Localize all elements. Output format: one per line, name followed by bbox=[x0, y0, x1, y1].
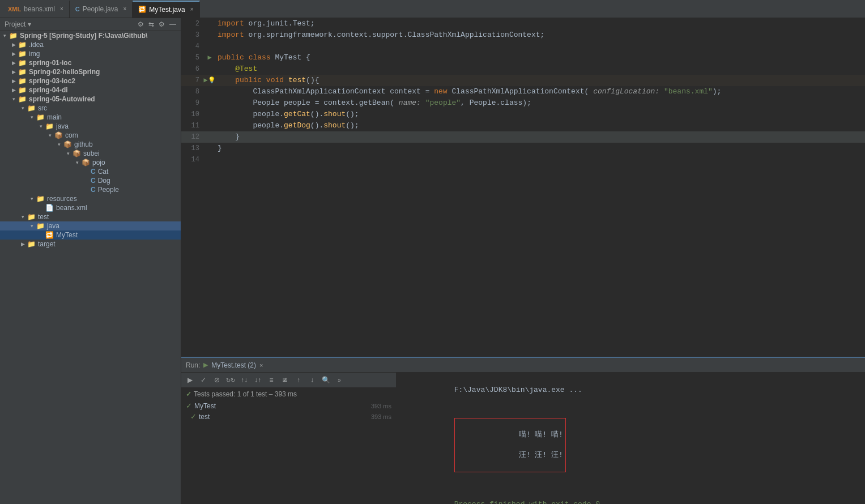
sidebar-collapse-icon[interactable]: ⇆ bbox=[148, 20, 154, 28]
tree-item-target[interactable]: ▶ 📁 target bbox=[0, 240, 181, 249]
tree-label-mytest: MyTest bbox=[56, 231, 78, 239]
sidebar-header: Project ▾ ⚙ ⇆ ⚙ — bbox=[0, 18, 181, 31]
line-num-11: 11 bbox=[181, 120, 204, 131]
run-arrow-icon: ▶ bbox=[203, 361, 208, 369]
run-tests-button[interactable]: ▶ bbox=[184, 374, 196, 386]
next-fail-button[interactable]: ↓ bbox=[306, 374, 318, 386]
tree-arrow-img: ▶ bbox=[9, 51, 18, 57]
folder-icon-test: 📁 bbox=[27, 213, 36, 221]
code-content-6: @Test bbox=[215, 63, 865, 75]
tree-item-spring04[interactable]: ▶ 📁 spring-04-di bbox=[0, 86, 181, 95]
prev-fail-button[interactable]: ↑ bbox=[292, 374, 305, 386]
tree-item-dog[interactable]: ▶ C Dog bbox=[0, 176, 181, 185]
tree-item-com[interactable]: ▾ 📦 com bbox=[0, 131, 181, 140]
tree-item-img[interactable]: ▶ 📁 img bbox=[0, 49, 181, 58]
line-num-12: 12 bbox=[181, 131, 204, 143]
sort-alpha-button[interactable]: ↑↓ bbox=[238, 374, 250, 386]
output-panel: F:\Java\JDK8\bin\java.exe ... 喵! 喵! 喵! 汪… bbox=[397, 373, 865, 504]
test-status: ✓ Tests passed: 1 of 1 test – 393 ms bbox=[181, 388, 396, 400]
tree-item-test[interactable]: ▾ 📁 test bbox=[0, 212, 181, 221]
tree-item-mytest[interactable]: ▶ 🔁 MyTest bbox=[0, 230, 181, 240]
tree-item-people[interactable]: ▶ C People bbox=[0, 185, 181, 194]
line-num-3: 3 bbox=[181, 29, 204, 41]
tree-arrow-spring03: ▶ bbox=[9, 78, 18, 84]
tree-item-beansxml[interactable]: ▶ 📄 beans.xml bbox=[0, 203, 181, 212]
expand-all-button[interactable]: ≢ bbox=[279, 374, 291, 386]
line-num-5: 5 bbox=[181, 52, 204, 63]
lightbulb-icon-7[interactable]: 💡 bbox=[208, 75, 216, 86]
tree-arrow-main: ▾ bbox=[27, 114, 36, 120]
run-gutter-icon-7[interactable]: ▶ bbox=[203, 75, 207, 86]
main-layout: Project ▾ ⚙ ⇆ ⚙ — ▾ 📁 Spring-5 [Spring-S… bbox=[0, 18, 865, 504]
rerun-failed-button[interactable]: ✓ bbox=[197, 374, 210, 386]
folder-icon-spring04: 📁 bbox=[18, 86, 27, 94]
tree-label-target: target bbox=[38, 240, 56, 248]
tree-arrow-testjava: ▾ bbox=[27, 223, 36, 229]
tab-mytest-java-label: MyTest.java bbox=[149, 6, 185, 14]
tree-item-spring03[interactable]: ▶ 📁 spring-03-ioc2 bbox=[0, 76, 181, 86]
code-line-6: 6 @Test bbox=[181, 63, 865, 75]
tree-label-dog: Dog bbox=[98, 177, 110, 185]
code-line-11: 11 people.getDog().shout(); bbox=[181, 120, 865, 131]
test-tree-test[interactable]: ✓ test 393 ms bbox=[181, 411, 396, 422]
tree-label-cat: Cat bbox=[98, 168, 109, 176]
tree-item-github[interactable]: ▾ 📦 github bbox=[0, 140, 181, 149]
tree-label-github: github bbox=[74, 140, 93, 148]
tree-label-idea: .idea bbox=[29, 41, 44, 49]
search-tests-button[interactable]: 🔍 bbox=[319, 374, 332, 386]
project-icon: 📁 bbox=[9, 32, 18, 40]
more-options-button[interactable]: » bbox=[333, 374, 346, 386]
run-tab-close[interactable]: × bbox=[259, 362, 263, 369]
tree-item-cat[interactable]: ▶ C Cat bbox=[0, 167, 181, 176]
tree-arrow-root: ▾ bbox=[0, 33, 9, 39]
folder-icon-img: 📁 bbox=[18, 50, 27, 58]
tab-people-java[interactable]: C People.java × bbox=[70, 1, 133, 18]
line-num-8: 8 bbox=[181, 86, 204, 97]
tree-arrow-com: ▾ bbox=[45, 133, 54, 138]
sort-duration-button[interactable]: ↓↑ bbox=[252, 374, 264, 386]
code-line-4: 4 bbox=[181, 41, 865, 52]
tree-arrow-idea: ▶ bbox=[9, 42, 18, 48]
collapse-all-button[interactable]: ≡ bbox=[265, 374, 278, 386]
bottom-panel: Run: ▶ MyTest.test (2) × ▶ ✓ ⊘ ↻↻ ↑↓ ↓↑ bbox=[181, 357, 865, 504]
test-mytest-time: 393 ms bbox=[371, 403, 391, 409]
src-folder-icon: 📁 bbox=[27, 104, 36, 112]
tree-item-spring01[interactable]: ▶ 📁 spring-01-ioc bbox=[0, 58, 181, 67]
sidebar-gear-icon[interactable]: ⚙ bbox=[159, 20, 165, 28]
tab-beans-xml-label: beans.xml bbox=[24, 5, 55, 13]
sidebar-minimize-icon[interactable]: — bbox=[169, 20, 176, 28]
tab-beans-xml[interactable]: XML beans.xml × bbox=[2, 1, 70, 18]
folder-icon-spring03: 📁 bbox=[18, 77, 27, 85]
tree-arrow-spring05: ▾ bbox=[9, 96, 18, 102]
tree-item-resources[interactable]: ▾ 📁 resources bbox=[0, 194, 181, 203]
tree-label-testjava: java bbox=[47, 222, 59, 230]
test-toolbar: ▶ ✓ ⊘ ↻↻ ↑↓ ↓↑ ≡ ≢ ↑ ↓ 🔍 » bbox=[181, 373, 396, 388]
bottom-body: ▶ ✓ ⊘ ↻↻ ↑↓ ↓↑ ≡ ≢ ↑ ↓ 🔍 » bbox=[181, 373, 865, 504]
tab-beans-xml-close[interactable]: × bbox=[60, 6, 63, 12]
test-tree-mytest[interactable]: ✓ MyTest 393 ms bbox=[181, 400, 396, 411]
tree-item-spring05[interactable]: ▾ 📁 spring-05-Autowired bbox=[0, 95, 181, 104]
tree-item-pojo[interactable]: ▾ 📦 pojo bbox=[0, 158, 181, 167]
tab-mytest-java[interactable]: 🔁 MyTest.java × bbox=[133, 1, 199, 18]
tree-item-src[interactable]: ▾ 📁 src bbox=[0, 104, 181, 113]
code-line-14: 14 bbox=[181, 154, 865, 165]
tab-people-java-close[interactable]: × bbox=[123, 6, 126, 12]
tree-item-testjava[interactable]: ▾ 📁 java bbox=[0, 221, 181, 230]
output-highlighted-block: 喵! 喵! 喵! 汪! 汪! 汪! bbox=[401, 408, 860, 482]
tree-item-subei[interactable]: ▾ 📦 subei bbox=[0, 149, 181, 158]
sidebar-settings-icon[interactable]: ⚙ bbox=[138, 20, 144, 28]
tree-label-spring05: spring-05-Autowired bbox=[29, 95, 95, 103]
test-test-label: test bbox=[199, 413, 210, 421]
line-num-6: 6 bbox=[181, 63, 204, 75]
code-editor[interactable]: 2 import org.junit.Test; 3 import org.sp… bbox=[181, 18, 865, 357]
run-gutter-icon-5[interactable]: ▶ bbox=[207, 52, 211, 63]
tree-item-idea[interactable]: ▶ 📁 .idea bbox=[0, 40, 181, 49]
rerun-button[interactable]: ↻↻ bbox=[224, 374, 237, 386]
stop-button[interactable]: ⊘ bbox=[211, 374, 223, 386]
tree-item-main[interactable]: ▾ 📁 main bbox=[0, 113, 181, 122]
code-content-7: public void test(){ bbox=[215, 75, 865, 86]
tab-mytest-java-close[interactable]: × bbox=[190, 6, 194, 12]
tree-item-root[interactable]: ▾ 📁 Spring-5 [Spring-Study] F:\Java\Gith… bbox=[0, 31, 181, 40]
tree-item-java[interactable]: ▾ 📁 java bbox=[0, 122, 181, 131]
tree-item-spring02[interactable]: ▶ 📁 Spring-02-helloSpring bbox=[0, 67, 181, 76]
